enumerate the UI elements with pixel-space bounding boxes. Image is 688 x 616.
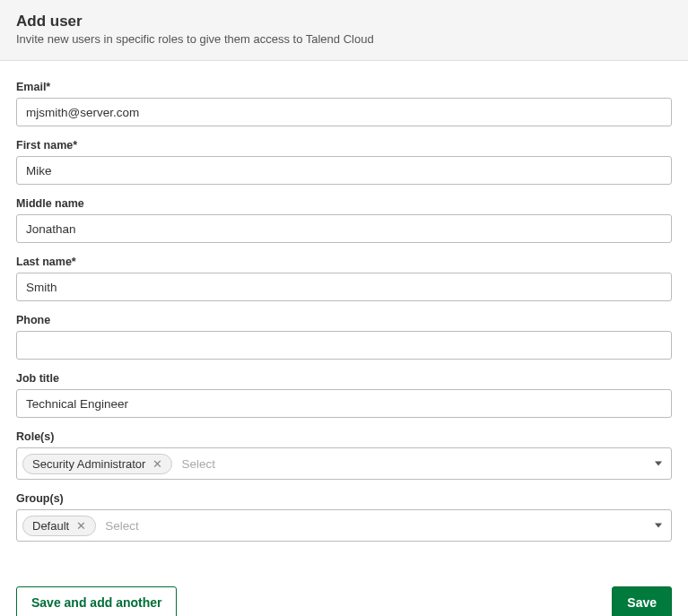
groups-label: Group(s) [16,492,672,505]
save-and-add-another-button[interactable]: Save and add another [16,586,177,616]
role-chip-label: Security Administrator [32,457,145,471]
add-user-form: Email* First name* Middle name Last name… [0,61,688,570]
group-chip-label: Default [32,519,69,533]
last-name-input[interactable] [16,273,672,301]
save-button[interactable]: Save [612,586,672,616]
page-header: Add user Invite new users in specific ro… [0,0,688,61]
groups-select[interactable]: Default ✕ Select [16,509,672,542]
close-icon[interactable]: ✕ [74,520,88,532]
email-label: Email* [16,81,672,93]
form-actions: Save and add another Save [0,570,688,616]
job-title-label: Job title [16,372,672,385]
field-roles: Role(s) Security Administrator ✕ Select [16,430,672,480]
email-input[interactable] [16,98,672,126]
job-title-input[interactable] [16,389,672,418]
middle-name-input[interactable] [16,214,672,243]
field-last-name: Last name* [16,256,672,301]
chevron-down-icon [655,524,662,528]
phone-input[interactable] [16,331,672,360]
field-email: Email* [16,81,672,126]
field-middle-name: Middle name [16,197,672,243]
roles-placeholder: Select [178,457,215,471]
last-name-label: Last name* [16,256,672,268]
role-chip[interactable]: Security Administrator ✕ [22,454,172,474]
field-first-name: First name* [16,139,672,185]
field-groups: Group(s) Default ✕ Select [16,492,672,542]
field-job-title: Job title [16,372,672,418]
page-subtitle: Invite new users in specific roles to gi… [16,32,672,46]
phone-label: Phone [16,314,672,326]
roles-select[interactable]: Security Administrator ✕ Select [16,447,672,480]
first-name-input[interactable] [16,156,672,185]
close-icon[interactable]: ✕ [151,458,164,470]
first-name-label: First name* [16,139,672,152]
page-title: Add user [16,13,672,30]
field-phone: Phone [16,314,672,360]
roles-label: Role(s) [16,430,672,443]
middle-name-label: Middle name [16,197,672,210]
group-chip[interactable]: Default ✕ [22,516,96,536]
groups-placeholder: Select [101,519,139,533]
chevron-down-icon [655,462,662,466]
